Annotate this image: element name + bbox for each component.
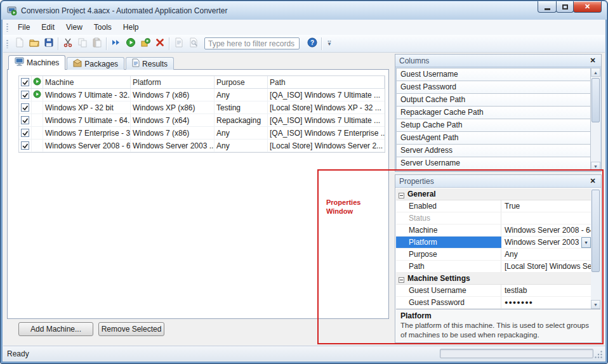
- property-name[interactable]: Purpose: [396, 249, 501, 260]
- menu-tools[interactable]: Tools: [88, 20, 117, 34]
- column-item[interactable]: Server Username: [396, 157, 591, 170]
- properties-close-button[interactable]: ✕: [588, 177, 597, 185]
- column-item[interactable]: Output Cache Path: [396, 93, 591, 107]
- property-value[interactable]: Windows Server 2003 R: [501, 238, 591, 247]
- row-checkbox[interactable]: [21, 116, 29, 124]
- remove-selected-button[interactable]: Remove Selected: [98, 322, 164, 336]
- property-value[interactable]: Windows Server 2008 - 64: [501, 226, 591, 235]
- tab-results-label: Results: [142, 60, 168, 68]
- property-name[interactable]: Machine: [396, 224, 501, 236]
- table-row[interactable]: Windows 7 Ultimate - 64... Windows 7 (x6…: [19, 114, 385, 127]
- property-row-purpose[interactable]: Purpose Any: [396, 249, 591, 261]
- column-item[interactable]: Setup Cache Path: [396, 119, 591, 132]
- property-row-machine[interactable]: Machine Windows Server 2008 - 64: [396, 224, 591, 237]
- close-button[interactable]: ✕: [573, 1, 602, 13]
- status-text: Ready: [7, 349, 29, 358]
- column-item[interactable]: GuestAgent Path: [396, 131, 591, 145]
- collapse-icon[interactable]: [399, 192, 404, 197]
- property-name[interactable]: Guest Password: [396, 297, 501, 308]
- header-path[interactable]: Path: [268, 76, 385, 88]
- help-button[interactable]: ?: [305, 37, 319, 51]
- save-project-button[interactable]: [41, 37, 56, 51]
- group-row-general[interactable]: General: [396, 188, 591, 200]
- menubar-grip[interactable]: [6, 23, 8, 32]
- toolbar-overflow-button[interactable]: ▼: [325, 41, 334, 46]
- column-item[interactable]: Guest Username: [396, 68, 591, 81]
- row-checkbox[interactable]: [21, 141, 29, 150]
- column-item-partial[interactable]: [396, 169, 591, 171]
- tab-bar: Machines Packages Results: [8, 55, 175, 70]
- minimize-icon: [545, 8, 550, 10]
- property-value[interactable]: Any: [501, 250, 591, 259]
- property-row-status[interactable]: Status: [396, 212, 591, 224]
- machines-table: Machine Platform Purpose Path Windows 7 …: [18, 75, 385, 153]
- property-value[interactable]: testlab: [501, 286, 591, 295]
- scroll-up-button[interactable]: ▲: [591, 68, 600, 77]
- property-value[interactable]: ●●●●●●●: [501, 299, 591, 306]
- columns-scrollbar[interactable]: ▲ ▼: [591, 68, 600, 171]
- property-name[interactable]: Enabled: [396, 200, 501, 212]
- resize-grip[interactable]: [595, 351, 603, 359]
- stop-button[interactable]: [152, 37, 167, 51]
- property-name[interactable]: Path: [396, 261, 501, 272]
- property-name[interactable]: Platform: [396, 237, 501, 248]
- menu-edit[interactable]: Edit: [36, 20, 60, 34]
- row-checkbox[interactable]: [21, 103, 29, 112]
- tab-machines[interactable]: Machines: [8, 55, 65, 70]
- property-row-platform[interactable]: Platform Windows Server 2003 R ▼: [396, 237, 591, 249]
- cell-machine: Windows Server 2008 - 6...: [43, 140, 131, 152]
- header-platform[interactable]: Platform: [131, 76, 215, 88]
- paste-button[interactable]: [89, 37, 104, 51]
- titlebar[interactable]: Conversion Project 4.aacx - Automated Ap…: [1, 1, 607, 20]
- scroll-down-button[interactable]: ▼: [591, 162, 600, 171]
- menu-file[interactable]: File: [12, 20, 36, 34]
- machines-tab-page: Machine Platform Purpose Path Windows 7 …: [7, 69, 389, 319]
- convert-button[interactable]: [138, 37, 152, 51]
- header-machine[interactable]: Machine: [43, 76, 131, 88]
- property-name[interactable]: Guest Username: [396, 285, 501, 296]
- preview-button[interactable]: [186, 37, 201, 51]
- scrollbar-thumb[interactable]: [591, 78, 600, 122]
- cell-purpose: Repackaging: [215, 114, 268, 126]
- property-row-guest-username[interactable]: Guest Username testlab: [396, 285, 591, 297]
- tab-packages[interactable]: Packages: [67, 57, 124, 70]
- columns-close-button[interactable]: ✕: [588, 56, 597, 65]
- minimize-button[interactable]: [538, 1, 557, 13]
- maximize-button[interactable]: [556, 1, 574, 13]
- tab-results[interactable]: Results: [126, 57, 174, 70]
- menu-view[interactable]: View: [60, 20, 88, 34]
- copy-button[interactable]: [75, 37, 89, 51]
- menu-help[interactable]: Help: [117, 20, 145, 34]
- column-item[interactable]: Repackager Cache Path: [396, 106, 591, 119]
- add-machine-button[interactable]: Add Machine...: [18, 322, 93, 336]
- deploy-button[interactable]: [109, 37, 123, 51]
- table-row[interactable]: Windows XP - 32 bit Windows XP (x86) Tes…: [19, 101, 385, 114]
- table-row[interactable]: Windows Server 2008 - 6... Windows Serve…: [19, 140, 385, 152]
- property-row-guest-password[interactable]: Guest Password ●●●●●●●: [396, 297, 591, 309]
- cut-button[interactable]: [60, 37, 75, 51]
- new-project-button[interactable]: [12, 37, 27, 51]
- table-row[interactable]: Windows 7 Enterprise - 3... Windows 7 (x…: [19, 127, 385, 140]
- platform-dropdown-button[interactable]: ▼: [581, 237, 591, 248]
- column-item[interactable]: Guest Password: [396, 81, 591, 94]
- row-checkbox[interactable]: [21, 91, 29, 99]
- row-checkbox[interactable]: [21, 129, 29, 137]
- run-conversion-button[interactable]: [123, 37, 138, 51]
- scroll-down-button[interactable]: ▼: [591, 300, 600, 309]
- header-purpose[interactable]: Purpose: [215, 76, 268, 88]
- toolbar-grip[interactable]: [6, 39, 8, 48]
- group-row-machine-settings[interactable]: Machine Settings: [396, 273, 591, 285]
- property-row-path[interactable]: Path [Local Store] Windows Ser: [396, 261, 591, 273]
- open-project-button[interactable]: [27, 37, 41, 51]
- report-button[interactable]: [171, 37, 186, 51]
- table-row[interactable]: Windows 7 Ultimate - 32... Windows 7 (x8…: [19, 89, 385, 101]
- property-row-enabled[interactable]: Enabled True: [396, 200, 591, 212]
- collapse-icon[interactable]: [399, 276, 404, 282]
- properties-scrollbar[interactable]: ▼: [591, 188, 600, 309]
- property-value[interactable]: True: [501, 202, 591, 211]
- select-all-checkbox[interactable]: [21, 78, 29, 86]
- filter-records-input[interactable]: [204, 37, 300, 49]
- property-value[interactable]: [Local Store] Windows Ser: [501, 262, 591, 271]
- column-item[interactable]: Server Address: [396, 144, 591, 157]
- scrollbar-thumb[interactable]: [591, 190, 600, 272]
